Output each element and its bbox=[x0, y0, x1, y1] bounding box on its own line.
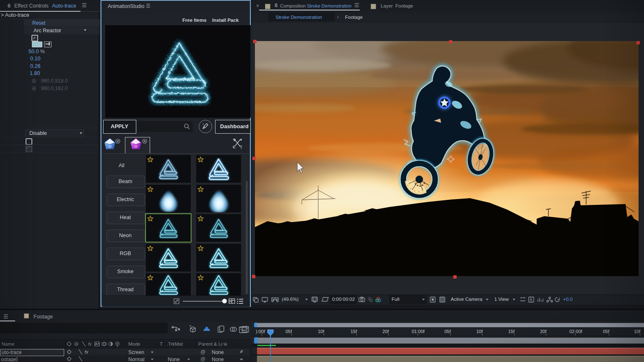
svg-text:fx: fx bbox=[85, 349, 88, 354]
svg-text:fx: fx bbox=[88, 341, 92, 346]
